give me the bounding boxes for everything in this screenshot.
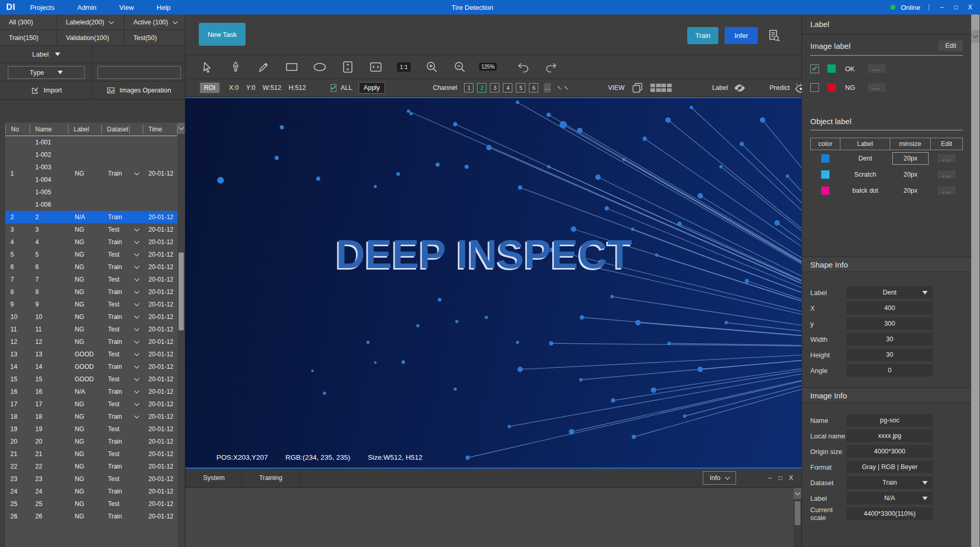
channel-button-1[interactable]: 1: [464, 83, 473, 92]
table-row[interactable]: 88NGTrain20-01-12: [5, 286, 178, 298]
cell-chevron[interactable]: [130, 172, 143, 175]
table-row[interactable]: 33NGTest20-01-12: [5, 223, 178, 236]
grid-view-icon[interactable]: [650, 84, 672, 92]
group-image-name[interactable]: 1-004: [35, 174, 51, 186]
channel-next-icon[interactable]: [565, 86, 568, 89]
cell-chevron[interactable]: [130, 278, 143, 281]
group-image-name[interactable]: 1-005: [35, 186, 51, 198]
redo-button[interactable]: [537, 61, 565, 73]
filter-validation-100-[interactable]: Validation(100): [57, 30, 125, 46]
report-search-icon[interactable]: [768, 29, 781, 43]
menu-admin[interactable]: Admin: [77, 4, 97, 11]
scrollbar-thumb[interactable]: [795, 501, 800, 525]
more-options-button[interactable]: ...: [868, 83, 886, 91]
table-row[interactable]: 22N/ATrain20-01-12: [5, 211, 178, 223]
table-row[interactable]: 1212NGTrain20-01-12: [5, 336, 178, 348]
table-row[interactable]: 2222NGTrain20-01-12: [5, 460, 178, 473]
cell-chevron[interactable]: [130, 229, 143, 231]
field-input[interactable]: 30: [847, 333, 933, 345]
apply-button[interactable]: Apply: [359, 82, 385, 94]
menu-projects[interactable]: Projects: [30, 4, 55, 11]
table-row[interactable]: 1010NGTrain20-01-12: [5, 311, 178, 323]
group-image-name[interactable]: 1-001: [35, 136, 51, 149]
undo-button[interactable]: [509, 61, 537, 73]
field-input[interactable]: 0: [847, 364, 933, 377]
table-row[interactable]: 2626NGTrain20-01-12: [5, 510, 178, 523]
table-row[interactable]: 1717NGTest20-01-12: [5, 398, 178, 410]
object-label-row-scratch[interactable]: Scratch20px...: [810, 166, 963, 182]
cell-chevron[interactable]: [130, 316, 143, 318]
table-row[interactable]: 99NGTest20-01-12: [5, 298, 178, 311]
table-row[interactable]: 2020NGTrain20-01-12: [5, 435, 178, 448]
cell-chevron[interactable]: [130, 391, 143, 393]
single-view-icon[interactable]: [632, 82, 643, 94]
image-label-checkbox[interactable]: [810, 64, 819, 73]
field-input[interactable]: 400: [847, 302, 933, 314]
channel-prev-icon[interactable]: [558, 86, 561, 89]
field-select[interactable]: Dent: [847, 286, 933, 299]
object-label-row-dent[interactable]: Dent20px...: [810, 150, 963, 166]
zoom-out-tool[interactable]: [446, 60, 474, 74]
cell-chevron[interactable]: [130, 403, 143, 405]
minimize-button[interactable]: –: [937, 4, 946, 11]
image-label-edit-button[interactable]: Edit: [938, 41, 963, 51]
type-dropdown[interactable]: Type: [8, 66, 85, 79]
cell-chevron[interactable]: [130, 254, 143, 256]
cell-chevron[interactable]: [130, 416, 143, 418]
menu-help[interactable]: Help: [157, 4, 171, 11]
field-input[interactable]: 4400*3300(110%): [847, 508, 933, 520]
minsize-input[interactable]: 20px: [892, 152, 929, 165]
group-image-name[interactable]: 1-002: [35, 149, 51, 161]
console-tab-training[interactable]: Training: [242, 469, 300, 487]
rectangle-tool[interactable]: [278, 61, 306, 73]
one-to-one-zoom-button[interactable]: 1:1: [390, 62, 418, 72]
cell-chevron[interactable]: [130, 328, 143, 330]
scroll-chevron-box[interactable]: [971, 30, 979, 43]
table-row[interactable]: 44NGTrain20-01-12: [5, 236, 178, 248]
scroll-chevron-box[interactable]: [178, 123, 185, 134]
table-scrollbar[interactable]: [178, 123, 185, 547]
console-tab-system[interactable]: System: [185, 469, 242, 487]
maximize-button[interactable]: □: [951, 4, 960, 11]
field-input[interactable]: xxxx.jpg: [847, 430, 933, 442]
object-label-row-balck-dot[interactable]: balck dot20px...: [810, 182, 963, 198]
fit-vertical-tool[interactable]: [334, 60, 362, 74]
table-row[interactable]: 77NGTest20-01-12: [5, 273, 178, 286]
minsize-input[interactable]: 20px: [892, 184, 929, 197]
channel-button-6[interactable]: 6: [529, 83, 538, 92]
table-row[interactable]: 1919NGTest20-01-12: [5, 423, 178, 435]
more-options-button[interactable]: ...: [868, 64, 886, 73]
table-row[interactable]: 1818NGTrain20-01-12: [5, 410, 178, 423]
eye-off-icon[interactable]: [733, 84, 746, 92]
field-input[interactable]: 300: [847, 317, 933, 330]
all-checkbox[interactable]: [331, 84, 336, 92]
group-image-name[interactable]: 1-003: [35, 161, 51, 174]
cell-chevron[interactable]: [130, 241, 143, 243]
table-row[interactable]: 1111NGTest20-01-12: [5, 323, 178, 336]
table-row[interactable]: 2525NGTest20-01-12: [5, 498, 178, 510]
field-input[interactable]: 30: [847, 349, 933, 361]
right-panel-scrollbar[interactable]: [971, 15, 979, 547]
filter-test-50-[interactable]: Test(50): [125, 30, 185, 46]
import-button[interactable]: Import: [0, 82, 92, 99]
close-button[interactable]: X: [965, 4, 975, 11]
search-input[interactable]: [98, 69, 183, 76]
console-maximize-button[interactable]: □: [779, 474, 782, 482]
table-row[interactable]: 66NGTrain20-01-12: [5, 261, 178, 273]
select-cursor-tool[interactable]: [194, 61, 222, 73]
channel-more-button[interactable]: ...: [544, 83, 551, 92]
infer-button[interactable]: Infer: [725, 27, 758, 44]
cell-chevron[interactable]: [130, 378, 143, 380]
cell-chevron[interactable]: [130, 353, 143, 355]
fit-horizontal-tool[interactable]: [362, 61, 390, 73]
roi-button[interactable]: ROI: [200, 83, 220, 93]
channel-button-5[interactable]: 5: [516, 83, 525, 92]
cell-chevron[interactable]: [130, 366, 143, 368]
console-close-button[interactable]: X: [789, 474, 793, 482]
table-row[interactable]: 1515GOODTest20-01-12: [5, 373, 178, 385]
label-filter-dropdown[interactable]: Label: [0, 46, 92, 63]
channel-button-3[interactable]: 3: [490, 83, 499, 92]
ellipse-tool[interactable]: [306, 61, 334, 73]
new-task-button[interactable]: New Task: [199, 23, 246, 46]
group-image-name[interactable]: 1-006: [35, 198, 51, 211]
